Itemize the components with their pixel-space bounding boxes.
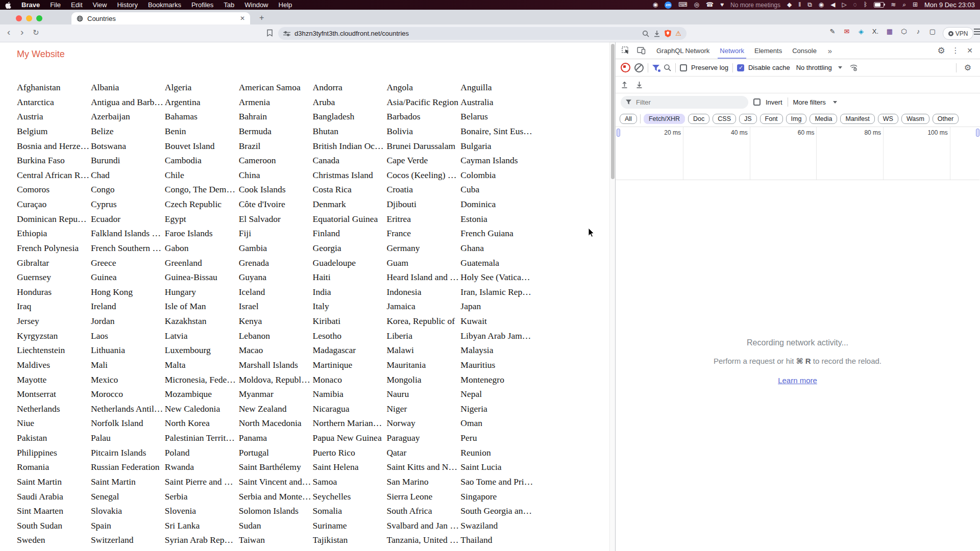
reload-button[interactable]: ↻ — [33, 28, 39, 37]
battery-icon[interactable] — [874, 2, 884, 8]
devtools-tab-elements[interactable]: Elements — [749, 42, 787, 59]
request-filter-chip-other[interactable]: Other — [933, 114, 959, 124]
play-circle-icon[interactable]: ▷ — [842, 0, 847, 10]
menu-bar-item-view[interactable]: View — [93, 1, 107, 9]
network-conditions-icon[interactable] — [849, 64, 859, 71]
network-filter-field[interactable] — [621, 96, 748, 109]
devtools-tab-console[interactable]: Console — [787, 42, 822, 59]
wifi-icon[interactable]: ≋ — [891, 0, 896, 10]
window-minimize-button[interactable] — [26, 15, 32, 21]
heart-icon[interactable]: ♥ — [720, 0, 724, 10]
control-center-icon[interactable]: ⊞ — [913, 0, 918, 10]
apple-menu-icon[interactable] — [5, 2, 11, 9]
learn-more-link[interactable]: Learn more — [778, 376, 817, 385]
menu-bar-clock[interactable]: Mon 9 Dec 23:03 — [924, 1, 975, 9]
menu-bar-item-help[interactable]: Help — [279, 1, 292, 9]
menu-bar-item-window[interactable]: Window — [244, 1, 268, 9]
devtools-tab-graphql-network[interactable]: GraphQL Network — [651, 42, 715, 59]
meeting-status-text[interactable]: No more meetings — [730, 2, 780, 9]
devtools-tab-network[interactable]: Network — [715, 42, 749, 59]
menu-bar-item-tab[interactable]: Tab — [224, 1, 234, 9]
camera-icon[interactable]: ◎ — [694, 0, 699, 10]
request-filter-chip-js[interactable]: JS — [739, 114, 757, 124]
reading-list-bookmark-icon[interactable] — [266, 29, 273, 39]
site-settings-icon[interactable] — [283, 31, 290, 37]
network-search-icon[interactable] — [664, 64, 671, 71]
throttling-select[interactable]: No throttling — [796, 64, 832, 71]
export-har-icon[interactable] — [635, 81, 643, 89]
volume-icon[interactable]: ◀ — [830, 0, 835, 10]
preserve-log-label[interactable]: Preserve log — [691, 64, 728, 71]
request-filter-chip-all[interactable]: All — [620, 114, 637, 124]
filter-funnel-icon[interactable] — [652, 65, 659, 71]
window-maximize-button[interactable] — [36, 15, 42, 21]
device-toolbar-icon[interactable] — [634, 44, 648, 57]
phone-icon[interactable]: ☎ — [706, 0, 714, 10]
bluetooth-icon[interactable]: ᛒ — [864, 0, 867, 10]
network-settings-gear-icon[interactable]: ⚙ — [961, 61, 975, 74]
clear-network-log-button[interactable] — [634, 63, 644, 72]
user-circle-icon[interactable]: ◌ — [853, 0, 857, 10]
devtools-kebab-menu-icon[interactable]: ⋮ — [948, 44, 963, 57]
invert-checkbox[interactable] — [753, 98, 761, 106]
request-filter-chip-font[interactable]: Font — [760, 114, 783, 124]
menu-bar-item-history[interactable]: History — [117, 1, 137, 9]
devtools-settings-gear-icon[interactable]: ⚙ — [934, 44, 948, 57]
record-network-log-button[interactable] — [621, 63, 630, 72]
disable-cache-checkbox[interactable] — [737, 64, 744, 71]
request-filter-chip-img[interactable]: Img — [786, 114, 807, 124]
search-icon[interactable]: ⌕ — [902, 0, 906, 10]
address-bar[interactable]: d3hzn3tyfnt3th.cloudfront.net/countries … — [278, 27, 687, 40]
pause-icon[interactable]: ‖ — [798, 0, 801, 10]
tab-close-icon[interactable]: ✕ — [240, 15, 245, 22]
tab-countries[interactable]: Countries ✕ — [71, 12, 250, 24]
zoom-app-icon[interactable]: zm — [665, 2, 672, 9]
more-tabs-button[interactable]: » — [823, 44, 837, 57]
forward-button[interactable]: › — [20, 27, 23, 38]
display-icon[interactable]: ⧉ — [807, 0, 812, 10]
browser-menu-button[interactable] — [974, 29, 980, 36]
request-filter-chip-wasm[interactable]: Wasm — [901, 114, 929, 124]
grid-extension-icon[interactable]: ▦ — [885, 28, 894, 35]
timeline-handle-right[interactable] — [976, 129, 979, 137]
github-icon[interactable]: ⬡ — [899, 28, 909, 35]
invert-label[interactable]: Invert — [766, 98, 782, 106]
vpn-button[interactable]: VPN — [943, 27, 973, 40]
menu-bar-item-brave[interactable]: Brave — [21, 1, 40, 9]
import-har-icon[interactable] — [621, 81, 628, 89]
color-picker-icon[interactable]: ✎ — [828, 28, 837, 35]
ethereum-icon[interactable]: ◆ — [787, 0, 792, 10]
request-filter-chip-css[interactable]: CSS — [713, 114, 736, 124]
stop-record-icon[interactable]: ◉ — [653, 0, 658, 10]
brave-shield-icon[interactable] — [665, 30, 671, 37]
request-filter-chip-doc[interactable]: Doc — [688, 114, 709, 124]
network-timeline-overview[interactable]: 20 ms40 ms60 ms80 ms100 ms — [616, 127, 979, 180]
request-filter-chip-fetch-xhr[interactable]: Fetch/XHR — [644, 114, 685, 124]
more-filters-button[interactable]: More filters — [793, 98, 826, 106]
x-extension-icon[interactable]: X. — [871, 28, 880, 35]
url-text[interactable]: d3hzn3tyfnt3th.cloudfront.net/countries — [295, 30, 638, 37]
new-tab-button[interactable]: + — [259, 14, 264, 22]
scrollbar-thumb[interactable] — [611, 44, 615, 179]
inspect-element-icon[interactable] — [619, 44, 633, 57]
search-zoom-icon[interactable] — [642, 30, 649, 37]
menu-bar-item-profiles[interactable]: Profiles — [191, 1, 213, 9]
music-icon[interactable]: ♪ — [914, 28, 923, 35]
target-icon[interactable]: ◉ — [819, 0, 824, 10]
request-filter-chip-media[interactable]: Media — [810, 114, 837, 124]
timeline-handle-left[interactable] — [617, 129, 620, 137]
window-close-button[interactable] — [16, 15, 22, 21]
disable-cache-label[interactable]: Disable cache — [748, 64, 790, 71]
react-devtools-icon[interactable]: ◈ — [856, 28, 866, 35]
menu-bar-item-bookmarks[interactable]: Bookmarks — [148, 1, 181, 9]
window-extension-icon[interactable]: ▢ — [928, 28, 937, 35]
back-button[interactable]: ‹ — [7, 27, 10, 38]
menu-bar-item-edit[interactable]: Edit — [71, 1, 82, 9]
network-filter-input[interactable] — [635, 98, 729, 107]
warning-triangle-icon[interactable]: ⚠ — [675, 30, 681, 37]
request-filter-chip-ws[interactable]: WS — [878, 114, 898, 124]
menu-bar-item-file[interactable]: File — [50, 1, 61, 9]
devtools-close-icon[interactable]: ✕ — [963, 44, 977, 57]
mail-icon[interactable]: ✉ — [842, 28, 851, 35]
page-scrollbar[interactable] — [609, 42, 615, 551]
